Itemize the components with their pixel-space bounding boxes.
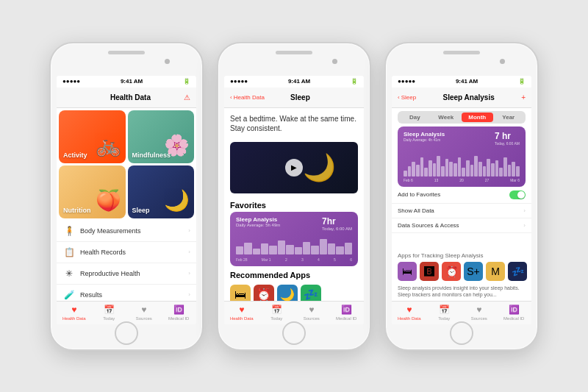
body-label: Body Measurements [80,227,188,235]
tab-today-1[interactable]: 📅 Today [92,302,127,324]
analysis-date-label: 27 [485,178,490,182]
analysis-bar [491,163,495,177]
home-button-1[interactable] [115,321,138,345]
records-label: Health Records [80,249,188,256]
analysis-bar [462,168,465,177]
tracking-app[interactable]: ⏰ [442,262,461,281]
analysis-bar [466,160,470,177]
analysis-bar [453,163,457,177]
tab-medical-icon-1: 🆔 [173,304,184,315]
tab-today-2[interactable]: 📅 Today [259,302,295,324]
app-icon[interactable]: ⏰ [254,285,274,301]
app-icon[interactable]: 💤 [301,285,321,301]
home-button-3[interactable] [450,321,473,345]
analysis-bar [508,165,512,177]
analysis-bar [437,156,440,177]
mindfulness-tile[interactable]: Mindfulness 🌸 [128,110,195,163]
tab-medical-1[interactable]: 🆔 Medical ID [162,302,197,324]
nav-back-3[interactable]: ‹ Sleep [398,94,416,101]
chart-date: Mar 1 [262,257,271,262]
tab-medical-label-1: Medical ID [168,316,189,321]
analysis-bar [433,163,437,177]
app-icon[interactable]: 🛏 [230,285,251,301]
chart-date: 3 [301,257,304,262]
analysis-bar [483,166,487,177]
nutrition-tile[interactable]: Nutrition 🍑 [59,165,126,218]
seg-year[interactable]: Year [493,113,525,122]
tab-health-3[interactable]: ♥ Health Data [392,302,427,324]
seg-day[interactable]: Day [399,113,431,122]
chevron-data-sources: › [523,222,526,229]
tracking-app[interactable]: 💤 [508,262,527,281]
carrier-3: ●●●●● [398,78,415,85]
app-small-icon: 🅱 [420,262,439,281]
menu-results[interactable]: 🧪 Results › [57,285,196,301]
tab-sources-icon-1: ♥ [141,304,146,315]
speaker-3 [443,51,480,54]
camera-3 [500,59,505,64]
analysis-bar [424,168,428,177]
camera [165,59,170,64]
seg-month[interactable]: Month [462,113,493,122]
tab-today-icon-1: 📅 [104,304,115,315]
app-icon[interactable]: 🌙 [277,285,298,301]
favorites-toggle[interactable] [509,190,526,199]
seg-week[interactable]: Week [431,113,462,122]
analysis-card[interactable]: Sleep Analysis Daily Average: 4h 41m 7 h… [398,126,526,187]
nav-back-2[interactable]: ‹ Health Data [230,94,265,101]
app-small-icon: ⏰ [442,262,461,281]
tab-health-2[interactable]: ♥ Health Data [224,302,259,324]
add-favorites-item[interactable]: Add to Favorites [392,187,531,204]
analysis-bar [495,160,499,177]
sleep-bar [278,240,285,254]
analysis-date-label: Feb 6 [404,178,413,182]
tracking-app[interactable]: 🛏 [398,262,417,281]
home-button-2[interactable] [282,321,306,345]
tab-today-3[interactable]: 📅 Today [427,302,462,324]
data-sources-label: Data Sources & Access [398,222,523,229]
sleep-tile[interactable]: Sleep 🌙 [128,165,195,218]
analysis-date-label: 13 [434,178,439,182]
moon-icon: 🌙 [303,152,336,183]
sleep-bar [336,246,343,254]
sleep-bar [345,243,352,254]
speaker-2 [276,51,312,54]
chevron-body: › [188,227,190,234]
analysis-bar [412,162,415,177]
menu-health-records[interactable]: 📋 Health Records › [57,242,196,263]
tab-sources-3[interactable]: ♥ Sources [462,302,497,324]
chevron-repro: › [188,270,190,277]
tracking-app[interactable]: M [486,262,505,281]
phone-1-screen: ●●●●● 9:41 AM 🔋 Health Data ⚠ Activity 🚲… [57,76,196,324]
tracking-app[interactable]: S+ [464,262,483,281]
analysis-bar [445,159,449,177]
tab-sources-2[interactable]: ♥ Sources [294,302,329,324]
tab-health-data-1[interactable]: ♥ Health Data [57,302,92,324]
tracking-app[interactable]: 🅱 [420,262,439,281]
analysis-bar [499,168,503,177]
nav-title-3: Sleep Analysis [416,93,521,101]
tab-today-label-1: Today [103,316,115,321]
video-thumbnail[interactable]: 🌙 ▶ [230,142,358,193]
favorites-card[interactable]: Sleep Analysis Daily Average: 5h 49m 7hr… [230,212,358,266]
data-sources-item[interactable]: Data Sources & Access › [392,218,531,233]
activity-tile[interactable]: Activity 🚲 [59,110,126,163]
analysis-bar [449,162,453,177]
chart-date: 6 [350,257,352,262]
description-text: Sleep analysis provides insight into you… [392,282,531,300]
menu-body-measurements[interactable]: 🧍 Body Measurements › [57,221,196,242]
show-all-label: Show All Data [398,207,523,214]
add-button-3[interactable]: + [521,93,526,101]
show-all-data-item[interactable]: Show All Data › [392,204,531,218]
phones-container: ●●●●● 9:41 AM 🔋 Health Data ⚠ Activity 🚲… [35,27,553,366]
tab-sources-1[interactable]: ♥ Sources [126,302,162,324]
recommended-title: Recommended Apps [224,266,364,282]
tab-medical-2[interactable]: 🆔 Medical ID [329,302,365,324]
play-button[interactable]: ▶ [285,159,303,177]
nav-icon-right-1[interactable]: ⚠ [184,93,190,101]
menu-reproductive[interactable]: ✳ Reproductive Health › [57,263,196,285]
sleep-chart [236,234,352,256]
tab-medical-3[interactable]: 🆔 Medical ID [497,302,532,324]
carrier-2: ●●●●● [230,78,248,85]
camera-2 [332,59,337,64]
